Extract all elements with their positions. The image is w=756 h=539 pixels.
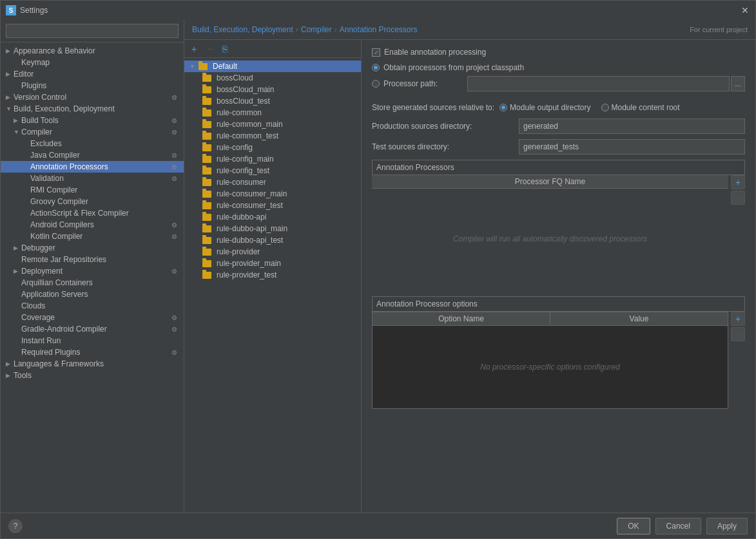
sidebar-item-label: Editor (14, 70, 179, 79)
cancel-button[interactable]: Cancel (655, 518, 701, 534)
profile-child-rule-dubbo-api[interactable]: rule-dubbo-api (184, 211, 361, 223)
sidebar-item-java-compiler[interactable]: Java Compiler ⚙ (1, 149, 184, 161)
production-sources-input[interactable] (519, 118, 745, 134)
sidebar-item-deployment[interactable]: ▶ Deployment ⚙ (1, 265, 184, 277)
test-sources-label: Test sources directory: (372, 142, 514, 151)
remove-processor-button[interactable]: − (731, 191, 745, 205)
profile-child-label: rule-consumer (217, 178, 266, 187)
sidebar-item-vcs[interactable]: ▶ Version Control ⚙ (1, 91, 184, 103)
config-icon: ⚙ (170, 116, 179, 125)
sidebar-item-app-servers[interactable]: Application Servers (1, 288, 184, 300)
module-output-radio[interactable] (499, 104, 507, 111)
sidebar-item-compiler[interactable]: ▼ Compiler ⚙ (1, 126, 184, 138)
search-box (1, 20, 184, 43)
sidebar-item-arquillian[interactable]: Arquillian Containers (1, 277, 184, 288)
processor-path-label[interactable]: Processor path: (372, 79, 462, 88)
option-name-header: Option Name (373, 312, 550, 325)
test-sources-input[interactable] (519, 139, 745, 155)
sidebar-item-label: RMI Compiler (30, 185, 179, 194)
processor-path-radio[interactable] (372, 80, 380, 88)
remove-option-button[interactable]: − (731, 327, 745, 341)
breadcrumb-part2[interactable]: Compiler (301, 25, 332, 34)
profile-child-rule-common-test[interactable]: rule-common_test (184, 130, 361, 142)
search-input[interactable] (6, 24, 179, 38)
obtain-processors-radio[interactable] (372, 64, 380, 71)
profile-child-bossCloud[interactable]: bossCloud (184, 72, 361, 84)
module-output-label[interactable]: Module output directory (499, 103, 590, 112)
expand-arrow-icon: ▼ (189, 63, 196, 70)
profile-child-rule-common[interactable]: rule-common (184, 107, 361, 118)
enable-annotation-label[interactable]: ✓ Enable annotation processing (372, 48, 486, 57)
profile-child-rule-provider-main[interactable]: rule-provider_main (184, 258, 361, 269)
store-label-text: Store generated sources relative to: (372, 103, 494, 112)
profile-child-rule-consumer-main[interactable]: rule-consumer_main (184, 188, 361, 200)
sidebar-item-build[interactable]: ▼ Build, Execution, Deployment (1, 103, 184, 115)
sidebar-item-tools[interactable]: ▶ Tools (1, 370, 184, 381)
sidebar-item-instant-run[interactable]: Instant Run (1, 335, 184, 346)
sidebar-item-appearance[interactable]: ▶ Appearance & Behavior (1, 45, 184, 57)
sidebar-item-annotation-processors[interactable]: Annotation Processors ⚙ (1, 161, 184, 173)
sidebar-item-label: Debugger (21, 243, 179, 252)
sidebar-item-actionscript[interactable]: ActionScript & Flex Compiler (1, 207, 184, 219)
ok-button[interactable]: OK (617, 518, 650, 534)
profile-child-rule-consumer-test[interactable]: rule-consumer_test (184, 200, 361, 211)
profile-child-rule-dubbo-api-main[interactable]: rule-dubbo-api_main (184, 223, 361, 234)
profile-child-rule-dubbo-api-test[interactable]: rule-dubbo-api_test (184, 234, 361, 246)
close-button[interactable]: ✕ (740, 5, 750, 15)
sidebar-item-coverage[interactable]: Coverage ⚙ (1, 312, 184, 323)
sidebar-item-label: Kotlin Compiler (30, 232, 170, 241)
profile-child-rule-provider[interactable]: rule-provider (184, 246, 361, 258)
sidebar-item-kotlin[interactable]: Kotlin Compiler ⚙ (1, 231, 184, 242)
profile-child-label: rule-config (217, 143, 253, 152)
options-table-body: No processor-specific options configured (372, 325, 728, 409)
annotation-processor-options-table: Option Name Value No processor-specific … (372, 312, 728, 409)
arrow-icon: ▶ (6, 372, 14, 379)
sidebar-item-remote-jar[interactable]: Remote Jar Repositories (1, 254, 184, 265)
sidebar-item-rmi[interactable]: RMI Compiler (1, 184, 184, 196)
profile-item-default[interactable]: ▼ Default (184, 61, 361, 72)
profile-child-rule-consumer[interactable]: rule-consumer (184, 176, 361, 188)
profile-child-rule-config-main[interactable]: rule-config_main (184, 153, 361, 165)
profile-child-label: rule-provider (217, 247, 260, 256)
profile-child-bossCloud-main[interactable]: bossCloud_main (184, 84, 361, 95)
table-header: Processor FQ Name (372, 175, 728, 189)
sidebar-item-editor[interactable]: ▶ Editor (1, 68, 184, 80)
obtain-processors-label[interactable]: Obtain processors from project classpath (372, 63, 745, 72)
enable-annotation-checkbox[interactable]: ✓ (372, 48, 380, 57)
sidebar-item-android[interactable]: Android Compilers ⚙ (1, 219, 184, 231)
apply-button[interactable]: Apply (706, 518, 748, 534)
remove-profile-button[interactable]: − (202, 42, 217, 56)
sidebar-item-languages[interactable]: ▶ Languages & Frameworks (1, 358, 184, 370)
sidebar-item-label: Gradle-Android Compiler (21, 325, 170, 334)
profile-child-rule-config[interactable]: rule-config (184, 142, 361, 153)
profile-child-bossCloud-test[interactable]: bossCloud_test (184, 95, 361, 107)
sidebar-item-gradle-android[interactable]: Gradle-Android Compiler ⚙ (1, 323, 184, 335)
production-sources-row: Production sources directory: (372, 118, 745, 134)
add-option-button[interactable]: + (731, 312, 745, 326)
profile-child-rule-common-main[interactable]: rule-common_main (184, 118, 361, 130)
profile-child-rule-config-test[interactable]: rule-config_test (184, 165, 361, 176)
help-button[interactable]: ? (8, 519, 23, 533)
sidebar-item-validation[interactable]: Validation ⚙ (1, 173, 184, 184)
module-content-radio[interactable] (601, 104, 609, 111)
annotation-processors-section: Annotation Processors Processor FQ Name … (372, 160, 745, 288)
processor-path-input[interactable] (467, 76, 730, 91)
browse-button[interactable]: ... (731, 76, 745, 91)
sidebar-item-clouds[interactable]: Clouds (1, 300, 184, 312)
sidebar-item-build-tools[interactable]: ▶ Build Tools ⚙ (1, 115, 184, 126)
add-processor-button[interactable]: + (731, 175, 745, 189)
sidebar-item-required-plugins[interactable]: Required Plugins ⚙ (1, 346, 184, 358)
module-content-label[interactable]: Module content root (601, 103, 680, 112)
sidebar-item-excludes[interactable]: Excludes (1, 138, 184, 149)
breadcrumb-part1[interactable]: Build, Execution, Deployment (192, 25, 293, 34)
breadcrumb-sep2: › (334, 25, 337, 34)
arrow-icon: ▼ (14, 129, 21, 135)
profile-child-label: rule-consumer_test (217, 201, 283, 210)
sidebar-item-keymap[interactable]: Keymap (1, 57, 184, 68)
copy-profile-button[interactable]: ⎘ (218, 42, 232, 56)
profile-child-rule-provider-test[interactable]: rule-provider_test (184, 269, 361, 281)
sidebar-item-debugger[interactable]: ▶ Debugger (1, 242, 184, 254)
sidebar-item-plugins[interactable]: Plugins (1, 80, 184, 91)
sidebar-item-groovy[interactable]: Groovy Compiler (1, 196, 184, 207)
add-profile-button[interactable]: + (187, 42, 201, 56)
